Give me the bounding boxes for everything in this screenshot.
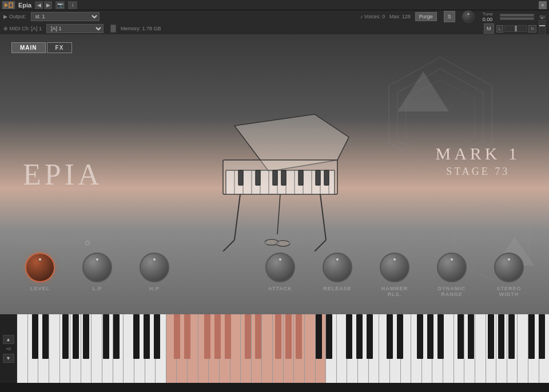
white-key[interactable] bbox=[518, 314, 528, 383]
white-key[interactable] bbox=[496, 314, 507, 383]
nav-arrows[interactable]: ◀ ▶ bbox=[35, 1, 52, 9]
keyboard-down-btn[interactable]: ▼ bbox=[3, 354, 14, 363]
white-key[interactable] bbox=[145, 314, 156, 383]
header-row-1: ▶ Output: st. 1 ♪ Voices: 0 Max: 128 Pur… bbox=[0, 10, 549, 23]
white-key-active[interactable] bbox=[188, 314, 198, 383]
tab-main[interactable]: MAIN bbox=[11, 42, 46, 53]
lp-knob-dot bbox=[96, 258, 98, 261]
camera-icon[interactable]: 📷 bbox=[55, 1, 65, 9]
close-button[interactable]: × bbox=[539, 1, 547, 9]
bg-triangle bbox=[395, 69, 452, 114]
svg-rect-23 bbox=[273, 170, 277, 185]
white-key[interactable] bbox=[507, 314, 518, 383]
svg-line-28 bbox=[234, 194, 240, 240]
lock-icon[interactable] bbox=[110, 25, 116, 33]
white-key-active[interactable] bbox=[316, 314, 327, 383]
release-knob[interactable] bbox=[323, 253, 352, 282]
nav-prev[interactable]: ◀ bbox=[35, 1, 43, 9]
white-key[interactable] bbox=[326, 314, 337, 383]
white-key[interactable] bbox=[475, 314, 486, 383]
white-key-active[interactable] bbox=[284, 314, 295, 383]
white-key[interactable] bbox=[401, 314, 412, 383]
white-key[interactable] bbox=[38, 314, 49, 383]
white-key[interactable] bbox=[379, 314, 390, 383]
pitch-label: +0 bbox=[6, 346, 11, 351]
white-key-active[interactable] bbox=[230, 314, 241, 383]
white-key-active[interactable] bbox=[273, 314, 284, 383]
stereo-knob[interactable] bbox=[494, 253, 524, 282]
knob-stereo: STEREOWIDTH bbox=[483, 253, 535, 297]
white-key-active[interactable] bbox=[294, 314, 305, 383]
midi-label: ⊕ MIDI Ch: [A] 1 bbox=[3, 26, 42, 31]
midi-select[interactable]: [A] 1 bbox=[46, 24, 104, 33]
r-button[interactable]: R bbox=[528, 25, 536, 33]
tune-knob[interactable] bbox=[462, 10, 475, 23]
white-key[interactable] bbox=[156, 314, 166, 383]
piano-illustration bbox=[189, 91, 360, 251]
white-key[interactable] bbox=[70, 314, 81, 383]
white-key[interactable] bbox=[60, 314, 71, 383]
dynamic-knob[interactable] bbox=[437, 253, 467, 282]
white-key[interactable] bbox=[124, 314, 134, 383]
hammer-knob-label: HAMMERRLS. bbox=[381, 286, 408, 297]
white-key[interactable] bbox=[390, 314, 401, 383]
svg-rect-24 bbox=[281, 170, 286, 185]
knobs-left-group: LEVEL L.P H.P bbox=[14, 253, 180, 291]
stereo-knob-label: STEREOWIDTH bbox=[496, 286, 521, 297]
white-key-active[interactable] bbox=[305, 314, 316, 383]
instrument-title-left: EPIA bbox=[23, 158, 103, 191]
info-icon[interactable]: i bbox=[68, 1, 77, 9]
white-key-active[interactable] bbox=[177, 314, 188, 383]
attack-knob-label: ATTACK bbox=[268, 286, 292, 291]
white-key[interactable] bbox=[369, 314, 380, 383]
white-key-active[interactable] bbox=[262, 314, 273, 383]
output-select[interactable]: st. 1 bbox=[31, 12, 100, 21]
hammer-knob-dot bbox=[393, 258, 396, 261]
piano-keys-container bbox=[17, 314, 549, 383]
white-key[interactable] bbox=[486, 314, 497, 383]
synthetic-layer-indicator bbox=[85, 241, 90, 245]
white-key[interactable] bbox=[134, 314, 145, 383]
white-key[interactable] bbox=[443, 314, 454, 383]
white-key[interactable] bbox=[17, 314, 28, 383]
white-key[interactable] bbox=[528, 314, 539, 383]
hp-knob[interactable] bbox=[140, 253, 169, 282]
white-key[interactable] bbox=[92, 314, 102, 383]
tab-fx[interactable]: FX bbox=[47, 42, 73, 53]
white-key[interactable] bbox=[539, 314, 549, 383]
attack-knob[interactable] bbox=[265, 253, 295, 282]
white-key[interactable] bbox=[464, 314, 475, 383]
white-key[interactable] bbox=[113, 314, 124, 383]
white-key[interactable] bbox=[358, 314, 369, 383]
synthetic-layer-label: SYNTHETIC LAYER bbox=[17, 240, 90, 246]
white-key[interactable] bbox=[432, 314, 443, 383]
m-button[interactable]: M bbox=[484, 23, 494, 34]
white-key[interactable] bbox=[81, 314, 92, 383]
white-key[interactable] bbox=[422, 314, 433, 383]
white-key[interactable] bbox=[102, 314, 113, 383]
hammer-knob[interactable] bbox=[380, 253, 409, 282]
purge-button[interactable]: Purge bbox=[415, 12, 437, 21]
nav-next[interactable]: ▶ bbox=[44, 1, 52, 9]
l-button[interactable]: L bbox=[496, 25, 503, 33]
white-key-active[interactable] bbox=[252, 314, 262, 383]
white-key[interactable] bbox=[337, 314, 348, 383]
white-key-active[interactable] bbox=[166, 314, 177, 383]
white-key-active[interactable] bbox=[198, 314, 209, 383]
white-key[interactable] bbox=[347, 314, 358, 383]
white-key-active[interactable] bbox=[209, 314, 220, 383]
pan-control[interactable] bbox=[504, 25, 527, 32]
white-key[interactable] bbox=[49, 314, 60, 383]
level-knob[interactable] bbox=[25, 253, 55, 282]
white-key[interactable] bbox=[28, 314, 39, 383]
keyboard-up-btn[interactable]: ▲ bbox=[3, 335, 14, 344]
white-key-active[interactable] bbox=[220, 314, 230, 383]
white-key-active[interactable] bbox=[241, 314, 252, 383]
lp-knob[interactable] bbox=[82, 253, 112, 282]
svg-line-31 bbox=[315, 240, 326, 251]
svg-rect-27 bbox=[324, 170, 329, 185]
s-button[interactable]: S bbox=[444, 11, 455, 22]
window-title-bar: Epia ◀ ▶ 📷 i × bbox=[0, 0, 549, 10]
white-key[interactable] bbox=[411, 314, 422, 383]
white-key[interactable] bbox=[454, 314, 465, 383]
